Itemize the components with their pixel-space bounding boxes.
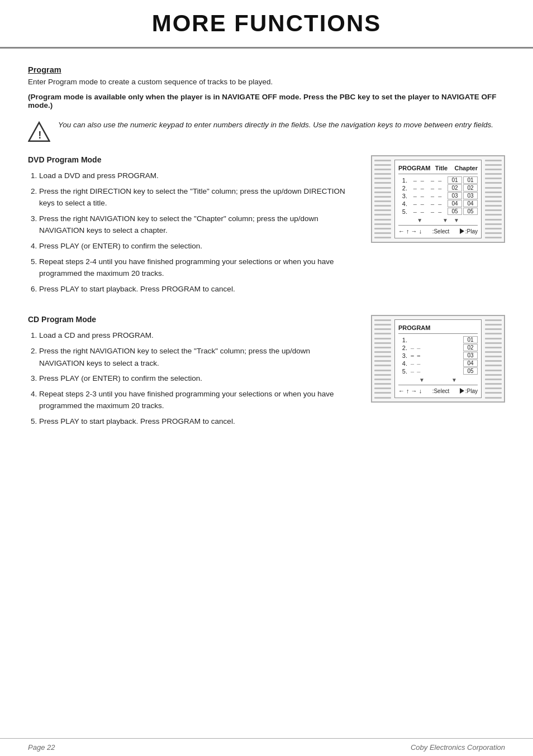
- side-line: [485, 164, 502, 166]
- table-row: 3. – – – – 03 03: [398, 192, 478, 199]
- cd-steps-list: Load a CD and press PROGRAM. Press the r…: [28, 329, 358, 427]
- left-side-lines: [372, 156, 393, 242]
- cd-step-2: Press the right NAVIGATION key to select…: [39, 345, 358, 369]
- dvd-select-label: :Select: [432, 228, 450, 235]
- side-line: [485, 351, 502, 353]
- side-line: [485, 324, 502, 326]
- side-line: [374, 169, 391, 170]
- side-line: [485, 209, 502, 211]
- play-triangle-icon: [460, 388, 464, 394]
- side-line: [374, 237, 391, 238]
- dvd-nav-keys: ← ↑ → ↓: [398, 228, 422, 235]
- cd-section: CD Program Mode Load a CD and press PROG…: [28, 315, 505, 430]
- cd-screen-footer: ← ↑ → ↓ :Select :Play: [398, 385, 478, 394]
- cd-step-4: Repeat steps 2-3 until you have finished…: [39, 388, 358, 412]
- side-line: [374, 219, 391, 221]
- side-line: [374, 397, 391, 399]
- side-line: [374, 365, 391, 366]
- side-line: [485, 338, 502, 339]
- side-line: [485, 333, 502, 334]
- table-row: 4. – – – – 04 04: [398, 200, 478, 207]
- program-heading: Program: [28, 65, 505, 74]
- side-line: [374, 360, 391, 362]
- dvd-screen-col: PROGRAM Title Chapter 1. – – – – 01: [371, 155, 505, 298]
- side-line: [485, 173, 502, 175]
- cd-arrow-row: ▼ ▼: [398, 377, 478, 383]
- side-line: [374, 333, 391, 334]
- cd-screen-rows: 1. 01 2. – – 02 3. – –: [398, 336, 478, 375]
- dvd-screen-footer: ← ↑ → ↓ :Select :Play: [398, 225, 478, 235]
- side-line: [485, 319, 502, 321]
- side-line: [485, 182, 502, 184]
- svg-text:!: !: [38, 129, 41, 141]
- warning-box: ! You can also use the numeric keypad to…: [28, 119, 505, 143]
- side-line: [485, 196, 502, 198]
- side-line: [374, 328, 391, 330]
- side-line: [485, 397, 502, 399]
- play-triangle-icon: [460, 228, 464, 234]
- side-line: [485, 342, 502, 344]
- side-line: [485, 160, 502, 161]
- dvd-steps-list: Load a DVD and press PROGRAM. Press the …: [28, 170, 358, 295]
- dvd-play-label: :Play: [460, 228, 478, 235]
- side-line: [374, 228, 391, 229]
- side-line: [374, 232, 391, 234]
- table-row: 1. – – – – 01 01: [398, 176, 478, 184]
- side-line: [374, 214, 391, 216]
- side-line: [485, 187, 502, 189]
- dvd-section: DVD Program Mode Load a DVD and press PR…: [28, 155, 505, 298]
- side-line: [374, 324, 391, 326]
- side-line: [374, 319, 391, 321]
- side-line: [485, 387, 502, 389]
- dvd-col-headers: Title Chapter: [435, 165, 478, 171]
- cd-program-label: PROGRAM: [398, 324, 430, 331]
- side-line: [485, 232, 502, 234]
- cd-screen-col: PROGRAM 1. 01 2. – –: [371, 315, 505, 430]
- cd-screen-inner: PROGRAM 1. 01 2. – –: [394, 319, 482, 398]
- side-line: [485, 347, 502, 348]
- cd-play-label: :Play: [460, 388, 478, 394]
- side-line: [374, 182, 391, 184]
- side-line: [485, 237, 502, 238]
- cd-left-side-lines: [372, 316, 393, 401]
- side-line: [485, 219, 502, 221]
- table-row: 2. – – – – 02 02: [398, 184, 478, 192]
- dvd-step-5: Repeat steps 2-4 until you have finished…: [39, 256, 358, 280]
- dvd-text-col: DVD Program Mode Load a DVD and press PR…: [28, 155, 358, 298]
- right-side-lines: [483, 156, 504, 242]
- side-line: [374, 370, 391, 371]
- dvd-screen-mockup: PROGRAM Title Chapter 1. – – – – 01: [371, 155, 505, 243]
- side-line: [374, 173, 391, 175]
- program-intro: Enter Program mode to create a custom se…: [28, 78, 505, 86]
- side-line: [374, 209, 391, 211]
- side-line: [374, 347, 391, 348]
- side-line: [374, 356, 391, 357]
- side-line: [374, 178, 391, 179]
- side-line: [485, 360, 502, 362]
- page-number: Page 22: [28, 743, 55, 752]
- side-line: [485, 228, 502, 229]
- dvd-step-1: Load a DVD and press PROGRAM.: [39, 170, 358, 182]
- side-line: [374, 187, 391, 189]
- company-name: Coby Electronics Corporation: [411, 743, 505, 752]
- side-line: [374, 379, 391, 380]
- side-line: [485, 214, 502, 216]
- cd-step-1: Load a CD and press PROGRAM.: [39, 329, 358, 342]
- cd-select-label: :Select: [432, 388, 450, 394]
- side-line: [485, 374, 502, 376]
- cd-screen-mockup: PROGRAM 1. 01 2. – –: [371, 315, 505, 403]
- content-area: Program Enter Program mode to create a c…: [0, 49, 533, 465]
- side-line: [485, 379, 502, 380]
- dvd-step-4: Press PLAY (or ENTER) to confirm the sel…: [39, 240, 358, 252]
- page-title: MORE FUNCTIONS: [22, 10, 511, 37]
- side-line: [374, 164, 391, 166]
- side-line: [485, 392, 502, 394]
- cd-step-3: Press PLAY (or ENTER) to confirm the sel…: [39, 372, 358, 385]
- side-line: [374, 387, 391, 389]
- dvd-screen-rows: 1. – – – – 01 01 2. – – – – 02 02: [398, 176, 478, 215]
- side-line: [374, 342, 391, 344]
- dvd-step-2: Press the right DIRECTION key to select …: [39, 185, 358, 209]
- side-line: [374, 200, 391, 202]
- side-line: [374, 192, 391, 193]
- side-line: [374, 392, 391, 394]
